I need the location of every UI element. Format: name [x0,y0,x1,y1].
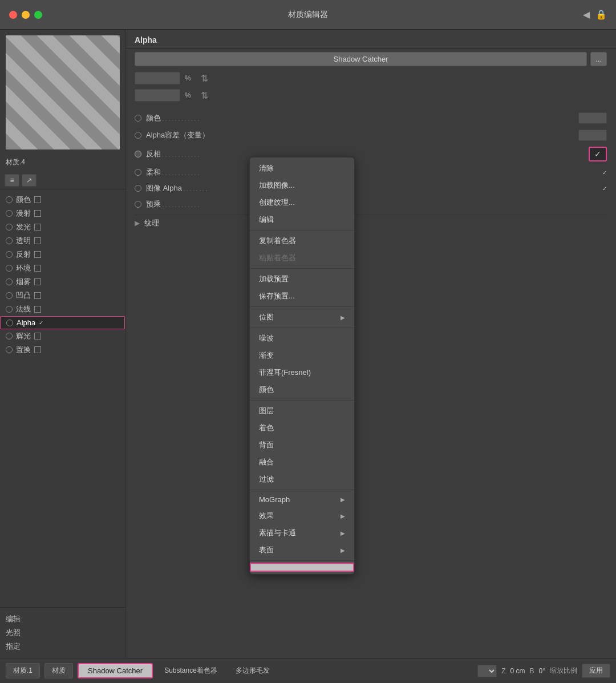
alpha-radio-soft[interactable] [135,169,141,176]
channel-cb-diffuse[interactable] [34,210,41,217]
channel-diffuse[interactable]: 漫射 [0,207,125,220]
alpha-label-color: 颜色 ............ [146,113,574,123]
channel-fog[interactable]: 烟雾 [0,275,125,289]
right-panel: Alpha Shadow Catcher ... % ⇅ % ⇅ 颜色 ....… [125,30,616,658]
menu-save-preset[interactable]: 保存预置... [250,288,354,305]
sidebar-toolbar-btn1[interactable]: ≡ [5,174,19,187]
menu-clear[interactable]: 清除 [250,160,354,177]
back-icon[interactable]: ◀ [583,9,590,20]
channel-cb-transparent[interactable] [34,237,41,244]
channel-glow2[interactable]: 辉光 [0,329,125,343]
menu-shadow-catcher[interactable] [250,563,354,572]
menu-load-image[interactable]: 加载图像... [250,177,354,194]
bottom-dropdown[interactable] [477,665,497,677]
menu-colorize[interactable]: 着色 [250,419,354,437]
channel-label-transparent: 透明 [16,236,31,246]
channel-env[interactable]: 环境 [0,261,125,275]
channel-transparent[interactable]: 透明 [0,234,125,248]
param-stepper-1[interactable]: ⇅ [201,73,208,84]
channel-cb-color[interactable] [34,196,41,203]
alpha-radio-diff[interactable] [135,132,141,139]
param-dropdown-1[interactable] [135,72,180,84]
mograph-arrow-icon: ▶ [341,496,345,503]
channel-radio-env [6,265,13,272]
sidebar-toolbar-btn2[interactable]: ↗ [22,174,37,187]
menu-gradient[interactable]: 渐变 [250,347,354,364]
menu-effect[interactable]: 效果 ▶ [250,507,354,524]
invert-checkbox[interactable]: ✓ [589,147,607,161]
channel-radio-glow2 [6,333,13,340]
image-check: ✓ [602,185,607,192]
alpha-label-image: 图像 Alpha ........ [146,183,598,193]
menu-filter[interactable]: 过滤 [250,471,354,488]
sketch-arrow-icon: ▶ [341,530,345,536]
menu-noise[interactable]: 噪波 [250,330,354,347]
channel-radio-glow [6,224,13,231]
menu-mograph[interactable]: MoGraph ▶ [250,492,354,507]
channel-cb-glow[interactable] [34,224,41,231]
tab-material[interactable]: 材质 [44,663,73,678]
apply-button[interactable]: 应用 [582,664,610,678]
channel-cb-normal[interactable] [34,306,41,313]
menu-create-texture[interactable]: 创建纹理... [250,194,354,211]
close-button[interactable] [9,11,17,19]
shadow-catcher-button[interactable]: Shadow Catcher [135,52,587,66]
menu-color[interactable]: 颜色 [250,381,354,398]
action-lighting[interactable]: 光照 [6,626,119,640]
maximize-button[interactable] [34,11,42,19]
menu-load-preset[interactable]: 加载预置 [250,270,354,288]
menu-fusion[interactable]: 融合 [250,454,354,471]
alpha-value-diff[interactable] [578,130,607,141]
bottom-polygon-item[interactable]: 多边形毛发 [229,664,277,678]
menu-surface[interactable]: 表面 ▶ [250,541,354,559]
z-value: 0 cm [510,667,525,675]
channel-bump[interactable]: 凹凸 [0,289,125,302]
channel-reflect[interactable]: 反射 [0,248,125,261]
menu-backface[interactable]: 背面 [250,437,354,454]
action-edit[interactable]: 编辑 [6,612,119,626]
effect-arrow-icon: ▶ [341,513,345,519]
alpha-radio-invert[interactable] [135,151,141,157]
bottom-shadow-catcher-button[interactable]: Shadow Catcher [78,663,153,678]
alpha-radio-premul[interactable] [135,201,141,208]
menu-sketch[interactable]: 素描与卡通 ▶ [250,524,354,541]
channel-cb-reflect[interactable] [34,251,41,258]
channel-label-fog: 烟雾 [16,277,31,287]
alpha-radio-image[interactable] [135,185,141,192]
lock-icon[interactable]: 🔒 [595,9,607,20]
menu-edit[interactable]: 编辑 [250,211,354,228]
channel-cb-env[interactable] [34,265,41,272]
sidebar-toolbar: ≡ ↗ [0,172,125,189]
alpha-section: 颜色 ............ Alpha容差（变量） 反相 .........… [125,104,616,237]
tab-material1[interactable]: 材质.1 [6,663,40,678]
menu-fresnel[interactable]: 菲涅耳(Fresnel) [250,364,354,381]
channel-radio-bump [6,292,13,299]
channel-cb-fog[interactable] [34,278,41,285]
alpha-value-color[interactable] [578,112,607,124]
param-stepper-2[interactable]: ⇅ [201,90,208,101]
alpha-row-premul: 预乘 ............ [135,196,607,212]
channel-cb-glow2[interactable] [34,333,41,340]
menu-layer[interactable]: 图层 [250,402,354,419]
menu-sep-4 [250,328,354,328]
channel-displace[interactable]: 置换 [0,343,125,357]
dots-premul: ............ [162,200,200,209]
scale-label: 缩放比例 [550,666,577,676]
channel-cb-bump[interactable] [34,292,41,299]
channel-alpha[interactable]: Alpha ✓ [0,316,125,329]
channel-radio-alpha [6,320,13,326]
channel-color[interactable]: 颜色 [0,193,125,207]
menu-copy-shader[interactable]: 复制着色器 [250,232,354,249]
minimize-button[interactable] [22,11,30,19]
action-assign[interactable]: 指定 [6,640,119,653]
channel-glow[interactable]: 发光 [0,220,125,234]
channel-label-displace: 置换 [16,345,31,355]
channel-cb-displace[interactable] [34,346,41,353]
channel-normal[interactable]: 法线 [0,302,125,316]
alpha-radio-color[interactable] [135,115,141,122]
menu-bitmap[interactable]: 位图 ▶ [250,309,354,326]
menu-sep-7 [250,560,354,561]
bottom-substance-item[interactable]: Substance着色器 [157,664,224,678]
shadow-catcher-dots-button[interactable]: ... [590,52,607,66]
param-dropdown-2[interactable] [135,89,180,102]
